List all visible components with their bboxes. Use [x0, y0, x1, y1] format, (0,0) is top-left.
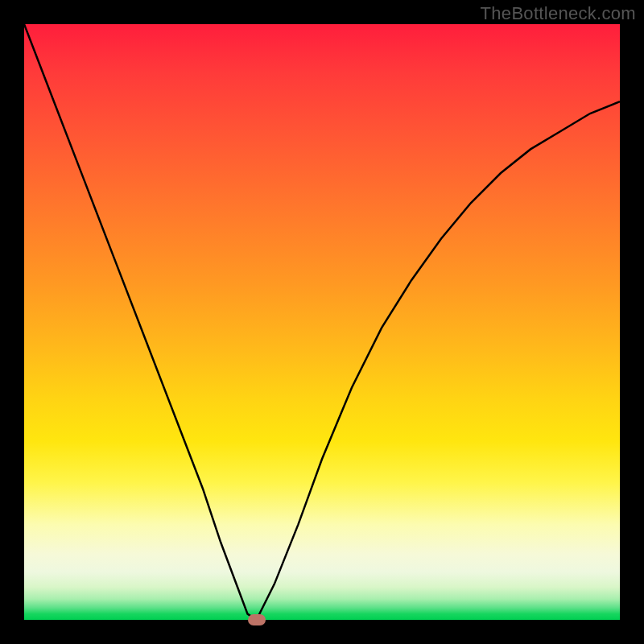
watermark-text: TheBottleneck.com	[481, 3, 636, 24]
optimum-marker	[248, 614, 266, 625]
curve-path	[24, 24, 620, 620]
plot-area	[24, 24, 620, 620]
chart-frame: TheBottleneck.com	[0, 0, 644, 644]
bottleneck-curve	[24, 24, 620, 620]
